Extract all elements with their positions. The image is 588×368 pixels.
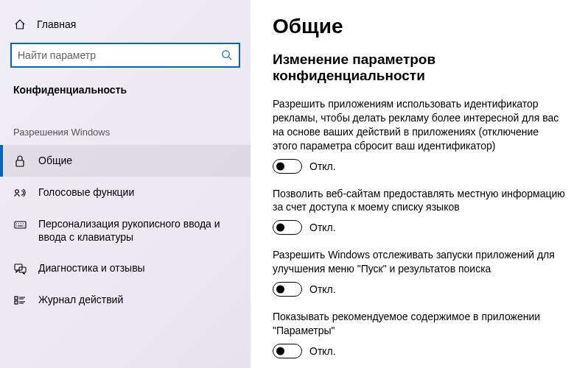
search-container <box>0 37 251 77</box>
sidebar-item-label: Голосовые функции <box>38 185 134 199</box>
setting-app-launches: Разрешить Windows отслеживать запуски пр… <box>273 248 566 297</box>
sidebar-item-label: Общие <box>38 154 72 167</box>
setting-description: Показывать рекомендуемое содержимое в пр… <box>273 310 566 338</box>
toggle-switch[interactable] <box>273 282 302 297</box>
home-nav[interactable]: Главная <box>0 12 251 37</box>
search-icon <box>221 49 233 61</box>
toggle-row: Откл. <box>273 282 566 297</box>
setting-language-list: Позволить веб-сайтам предоставлять местн… <box>273 187 566 236</box>
toggle-row: Откл. <box>273 344 566 358</box>
toggle-knob <box>276 347 284 355</box>
feedback-icon <box>13 262 27 275</box>
setting-description: Разрешить Windows отслеживать запуски пр… <box>273 248 566 276</box>
setting-suggested-content: Показывать рекомендуемое содержимое в пр… <box>273 310 566 358</box>
toggle-state: Откл. <box>309 160 336 172</box>
group-heading: Разрешения Windows <box>0 113 251 145</box>
svg-rect-1 <box>16 160 24 166</box>
toggle-state: Откл. <box>309 222 336 233</box>
page-title: Общие <box>273 15 566 38</box>
toggle-switch[interactable] <box>273 220 302 235</box>
svg-point-2 <box>15 190 19 194</box>
toggle-row: Откл. <box>273 159 566 174</box>
toggle-row: Откл. <box>273 220 566 235</box>
toggle-switch[interactable] <box>273 159 302 174</box>
setting-description: Разрешить приложениям использовать идент… <box>273 97 566 153</box>
sidebar-item-label: Журнал действий <box>38 293 123 306</box>
home-icon <box>13 18 27 31</box>
setting-advertising-id: Разрешить приложениям использовать идент… <box>273 97 566 174</box>
search-box[interactable] <box>10 43 240 68</box>
toggle-switch[interactable] <box>273 344 302 358</box>
toggle-state: Откл. <box>309 283 336 295</box>
search-input[interactable] <box>18 49 221 61</box>
speech-icon <box>13 186 27 199</box>
sidebar: Главная Конфиденциальность Разрешения Wi… <box>0 0 251 368</box>
svg-rect-3 <box>15 222 26 228</box>
svg-rect-7 <box>15 301 18 304</box>
section-heading: Конфиденциальность <box>0 77 251 113</box>
toggle-knob <box>276 162 284 170</box>
toggle-knob <box>276 286 284 294</box>
activity-icon <box>13 294 27 307</box>
sidebar-item-speech[interactable]: Голосовые функции <box>0 177 251 208</box>
main-content: Общие Изменение параметров конфиденциаль… <box>251 0 588 368</box>
setting-description: Позволить веб-сайтам предоставлять местн… <box>273 187 566 215</box>
home-label: Главная <box>37 18 76 30</box>
sidebar-item-label: Диагностика и отзывы <box>38 261 145 275</box>
toggle-knob <box>276 224 284 232</box>
svg-rect-6 <box>15 297 18 300</box>
sidebar-item-diagnostics[interactable]: Диагностика и отзывы <box>0 252 251 284</box>
page-subtitle: Изменение параметров конфиденциальности <box>273 52 566 84</box>
toggle-state: Откл. <box>309 345 336 357</box>
sidebar-item-inking[interactable]: Персонализация рукописного ввода и ввода… <box>0 208 251 252</box>
sidebar-item-general[interactable]: Общие <box>0 145 251 177</box>
keyboard-icon <box>13 218 27 231</box>
svg-point-0 <box>223 51 229 57</box>
sidebar-item-label: Персонализация рукописного ввода и ввода… <box>38 217 237 244</box>
sidebar-item-activity[interactable]: Журнал действий <box>0 284 251 316</box>
lock-icon <box>13 155 27 168</box>
